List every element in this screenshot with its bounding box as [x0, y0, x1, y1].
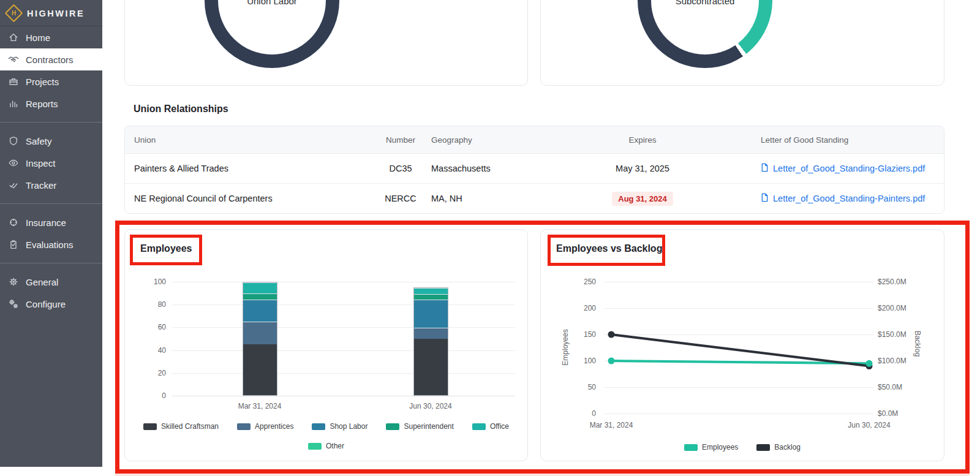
employees-chart-title: Employees [140, 243, 192, 254]
bar-segment-superintendent [414, 294, 448, 300]
bar-segment-apprentices [414, 328, 448, 339]
donut-center-label: Union Labor [205, 0, 339, 68]
column-header-number: Number [370, 135, 431, 145]
legend-swatch [237, 423, 251, 430]
donut-center-label: Subcontracted [638, 0, 772, 68]
letter-link-label: Letter_of_Good_Standing-Glaziers.pdf [773, 164, 925, 173]
y-tick-label: 60 [131, 323, 166, 331]
annotation-bottom-edge [115, 474, 970, 476]
sidebar-item-label: Reports [26, 99, 58, 109]
sidebar-item-label: Inspect [26, 158, 55, 168]
letter-of-good-standing-link[interactable]: Letter_of_Good_Standing-Glaziers.pdf [761, 163, 925, 174]
bar-chart-icon [8, 98, 19, 109]
union-cell: NE Regional Council of Carpenters [125, 194, 370, 203]
letter-of-good-standing-link[interactable]: Letter_of_Good_Standing-Painters.pdf [761, 193, 925, 204]
expires-cell: May 31, 2025 [541, 164, 744, 173]
legend-item-apprentices: Apprentices [237, 422, 293, 431]
legend-swatch [312, 423, 325, 430]
sidebar-item-label: Evaluations [26, 240, 74, 250]
column-header-letter-of-good-standing: Letter of Good Standing [744, 135, 944, 145]
sidebar-item-general[interactable]: General [0, 271, 102, 293]
legend-swatch [684, 444, 698, 451]
expired-date-badge: Aug 31, 2024 [612, 192, 673, 206]
bar-segment-skilled-craftsman [414, 339, 448, 395]
sidebar-divider [0, 203, 102, 204]
legend-swatch [756, 444, 770, 451]
chart-legend: EmployeesBacklog [541, 443, 944, 451]
sidebar-item-home[interactable]: Home [0, 26, 102, 48]
x-tick-label: Jun 30, 2024 [388, 402, 473, 410]
line-chart-canvas [541, 230, 944, 461]
y-tick-label: 80 [131, 300, 166, 309]
data-point-employees [866, 360, 873, 367]
legend-swatch [308, 443, 322, 450]
legend-item-office: Office [472, 422, 509, 431]
stacked-bar-mar-31-2024 [243, 282, 277, 396]
sidebar-item-configure[interactable]: Configure [0, 293, 102, 315]
bar-segment-skilled-craftsman [243, 344, 277, 395]
briefcase-icon [8, 76, 19, 87]
bar-segment-office [243, 282, 277, 293]
sidebar-item-tracker[interactable]: Tracker [0, 174, 102, 196]
bar-segment-shop-labor [243, 300, 277, 322]
legend-label: Employees [702, 443, 738, 451]
brand-name: HIGHWIRE [27, 9, 85, 18]
logo-letter: H [12, 10, 16, 17]
gears-icon [8, 298, 19, 309]
legend-label: Office [490, 422, 509, 431]
chart-legend: Skilled CraftsmanApprenticesShop LaborSu… [125, 422, 527, 431]
gear-icon [8, 276, 19, 287]
bar-segment-shop-labor [414, 300, 448, 328]
geography-cell: Massachusetts [431, 164, 541, 173]
y-tick-label: 0 [131, 391, 166, 400]
sidebar-item-contractors[interactable]: Contractors [0, 48, 102, 70]
bar-segment-apprentices [243, 322, 277, 344]
sidebar-nav: HomeContractorsProjectsReportsSafetyInsp… [0, 26, 102, 315]
x-tick-label: Mar 31, 2024 [217, 402, 303, 410]
gridline [172, 282, 515, 282]
employees-vs-backlog-chart-card: Employees vs Backlog 0$0.0M50$50.0M100$1… [540, 229, 944, 461]
stacked-bar-jun-30-2024 [413, 287, 448, 396]
expires-cell: Aug 31, 2024 [541, 192, 744, 206]
sidebar-divider [0, 263, 102, 263]
number-cell: NERCC [370, 194, 431, 203]
legend-swatch [472, 423, 486, 430]
highwire-logo-icon: H [5, 4, 23, 23]
sidebar-item-evaluations[interactable]: Evaluations [0, 233, 102, 255]
sidebar-item-reports[interactable]: Reports [0, 93, 102, 115]
y-tick-label: 40 [131, 346, 166, 355]
letter-cell: Letter_of_Good_Standing-Painters.pdf [744, 193, 944, 204]
sidebar-item-inspect[interactable]: Inspect [0, 152, 102, 174]
subcontracted-card: Subcontracted [540, 0, 944, 86]
gridline [172, 396, 515, 396]
sidebar-item-safety[interactable]: Safety [0, 130, 102, 152]
sidebar-item-projects[interactable]: Projects [0, 70, 102, 93]
document-icon [761, 193, 769, 204]
shield-icon [8, 135, 19, 146]
legend-label: Other [326, 442, 344, 450]
legend-label: Apprentices [255, 422, 293, 431]
legend-item-employees: Employees [684, 443, 738, 451]
y-tick-label: 20 [131, 369, 166, 377]
union-cell: Painters & Allied Trades [125, 164, 370, 173]
clipboard-icon [8, 239, 19, 250]
app-root: H HIGHWIRE HomeContractorsProjectsReport… [0, 0, 980, 476]
union-relationships-table: UnionNumberGeographyExpiresLetter of Goo… [124, 126, 944, 214]
table-row: Painters & Allied TradesDC35Massachusett… [125, 154, 944, 183]
sidebar-item-label: Contractors [26, 55, 74, 65]
legend-label: Superintendent [404, 422, 453, 431]
sidebar-divider [0, 122, 102, 123]
sidebar-item-label: Configure [26, 299, 66, 309]
letter-link-label: Letter_of_Good_Standing-Painters.pdf [773, 194, 925, 203]
gridline [172, 373, 515, 374]
table-header-row: UnionNumberGeographyExpiresLetter of Goo… [125, 126, 944, 154]
data-point-employees [608, 358, 615, 365]
union-labor-card: Union Labor [124, 0, 528, 86]
table-row: NE Regional Council of CarpentersNERCCMA… [125, 183, 944, 213]
employees-chart-card: Employees 020406080100Mar 31, 2024Jun 30… [124, 229, 528, 461]
sidebar-item-insurance[interactable]: Insurance [0, 211, 102, 233]
sidebar-item-label: Tracker [26, 180, 56, 191]
gridline [172, 350, 515, 351]
life-ring-icon [8, 217, 19, 228]
legend-label: Backlog [774, 443, 801, 451]
